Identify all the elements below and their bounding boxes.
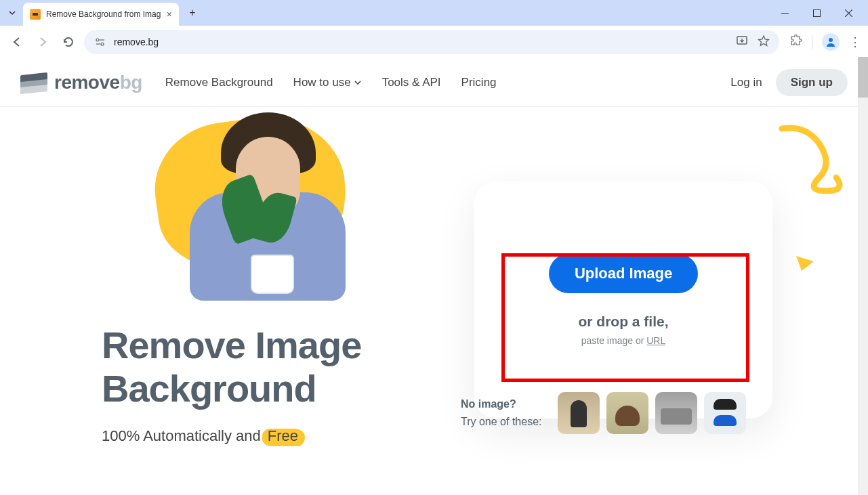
- profile-button[interactable]: [822, 33, 840, 51]
- chevron-down-icon: [8, 9, 16, 17]
- toolbar-divider: [812, 35, 812, 49]
- tab-bar: Remove Background from Imag × +: [0, 0, 868, 26]
- browser-menu-button[interactable]: ⋮: [849, 35, 861, 49]
- new-tab-button[interactable]: +: [183, 3, 202, 22]
- reload-button[interactable]: [58, 32, 79, 52]
- signup-button[interactable]: Sign up: [776, 69, 848, 96]
- hero-image: [129, 107, 373, 303]
- tab-search-dropdown[interactable]: [4, 5, 20, 21]
- chevron-down-icon: [354, 79, 362, 87]
- sample-thumb-dog[interactable]: [606, 392, 648, 434]
- minimize-button[interactable]: [769, 2, 800, 24]
- arrow-left-icon: [11, 36, 23, 48]
- scrollbar-thumb[interactable]: [858, 57, 868, 98]
- forward-button[interactable]: [33, 32, 53, 52]
- sample-images-section: No image? Try one of these:: [461, 392, 746, 434]
- hero-subtext: 100% Automatically and Free: [102, 427, 454, 445]
- decorative-triangle-icon: [795, 255, 815, 272]
- decorative-squiggle-icon: [779, 123, 860, 218]
- page-content: removebg Remove Background How to use To…: [0, 58, 868, 495]
- svg-point-7: [829, 38, 833, 42]
- sample-thumbnails: [558, 392, 746, 434]
- sample-thumb-controllers[interactable]: [704, 392, 746, 434]
- logo-text: removebg: [54, 72, 142, 93]
- maximize-icon: [813, 9, 821, 17]
- svg-rect-1: [813, 9, 820, 16]
- highlight-annotation: [501, 253, 749, 382]
- hero-left: Remove ImageBackground 100% Automaticall…: [102, 107, 454, 445]
- svg-point-2: [96, 39, 99, 41]
- logo-mark-icon: [20, 72, 47, 93]
- free-badge: Free: [268, 427, 298, 445]
- minimize-icon: [781, 9, 789, 17]
- back-button[interactable]: [7, 32, 27, 52]
- main-nav: Remove Background How to use Tools & API…: [165, 76, 497, 89]
- favicon-icon: [30, 9, 41, 20]
- samples-text: No image? Try one of these:: [461, 395, 541, 430]
- person-icon: [825, 37, 836, 47]
- close-window-button[interactable]: [833, 2, 864, 24]
- extensions-icon[interactable]: [790, 35, 802, 49]
- nav-pricing[interactable]: Pricing: [461, 76, 497, 89]
- url-text: remove.bg: [114, 37, 159, 47]
- login-link[interactable]: Log in: [730, 76, 762, 89]
- sample-thumb-car[interactable]: [655, 392, 697, 434]
- nav-remove-background[interactable]: Remove Background: [165, 76, 273, 89]
- logo[interactable]: removebg: [20, 72, 142, 93]
- close-icon: [845, 9, 852, 17]
- close-icon[interactable]: ×: [167, 9, 172, 20]
- hero-headline: Remove ImageBackground: [102, 324, 454, 411]
- browser-tab[interactable]: Remove Background from Imag ×: [23, 3, 179, 26]
- address-bar[interactable]: remove.bg: [84, 30, 779, 54]
- arrow-right-icon: [37, 36, 49, 48]
- site-header: removebg Remove Background How to use To…: [0, 58, 868, 107]
- upload-card[interactable]: Upload Image or drop a file, paste image…: [474, 181, 772, 418]
- tab-title: Remove Background from Imag: [46, 9, 161, 19]
- nav-how-to-use[interactable]: How to use: [293, 76, 362, 89]
- scrollbar[interactable]: [858, 57, 868, 495]
- sample-thumb-person[interactable]: [558, 392, 600, 434]
- bookmark-icon[interactable]: [758, 35, 770, 49]
- site-settings-icon[interactable]: [94, 37, 107, 47]
- install-app-icon[interactable]: [736, 35, 748, 49]
- reload-icon: [62, 36, 75, 48]
- maximize-button[interactable]: [801, 2, 832, 24]
- window-controls: [769, 2, 864, 24]
- nav-tools-api[interactable]: Tools & API: [382, 76, 441, 89]
- browser-chrome: Remove Background from Imag × +: [0, 0, 868, 58]
- svg-point-4: [101, 43, 104, 45]
- browser-toolbar: remove.bg ⋮: [0, 26, 868, 58]
